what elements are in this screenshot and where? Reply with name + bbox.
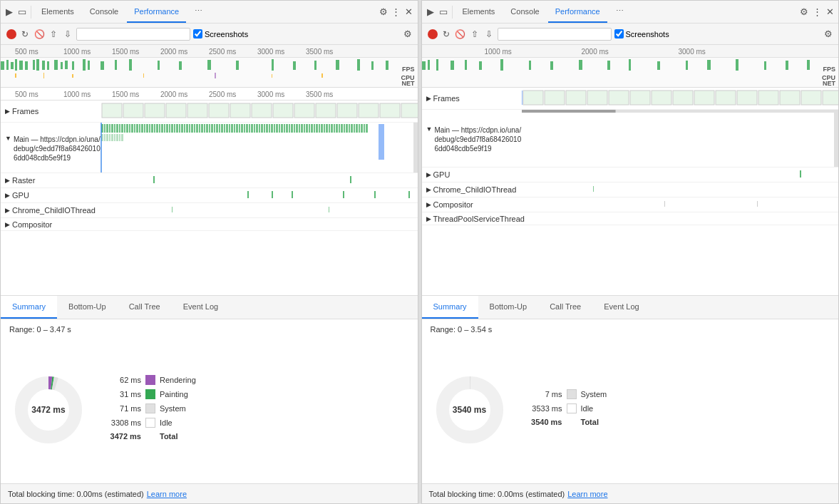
- left-donut-chart: 3472 ms: [9, 371, 88, 449]
- tab-elements-left[interactable]: Elements: [34, 1, 81, 23]
- track-thread-right: ▶ ThreadPoolServiceThread: [422, 212, 839, 225]
- reload-icon-left[interactable]: ↻: [19, 29, 31, 40]
- cursor-icon[interactable]: ▶: [4, 6, 15, 18]
- svg-rect-44: [252, 103, 272, 118]
- svg-rect-207: [764, 61, 766, 70]
- svg-rect-157: [356, 124, 358, 133]
- right-learn-more-link[interactable]: Learn more: [567, 490, 607, 498]
- track-chrome-left: ▶ Chrome_ChildIOThread: [1, 203, 418, 218]
- left-learn-more-link[interactable]: Learn more: [147, 490, 187, 498]
- device-icon-right[interactable]: ▭: [438, 6, 449, 18]
- svg-rect-232: [593, 186, 594, 192]
- tab-elements-right[interactable]: Elements: [455, 1, 503, 23]
- svg-rect-120: [264, 124, 265, 133]
- tab-more-left[interactable]: ⋯: [187, 1, 210, 23]
- import-icon-right[interactable]: ⇧: [469, 29, 480, 40]
- tab-bottom-up-right[interactable]: Bottom-Up: [478, 296, 539, 319]
- tab-summary-left[interactable]: Summary: [1, 296, 57, 319]
- close-icon-right[interactable]: ✕: [824, 6, 835, 18]
- svg-rect-135: [301, 124, 303, 133]
- more-icon-right[interactable]: ⋮: [811, 6, 823, 18]
- tab-call-tree-left[interactable]: Call Tree: [118, 296, 172, 319]
- svg-rect-20: [179, 61, 182, 70]
- track-chrome-label-left[interactable]: ▶ Chrome_ChildIOThread: [1, 206, 101, 215]
- tab-console-left[interactable]: Console: [83, 1, 125, 23]
- tab-bottom-up-left[interactable]: Bottom-Up: [57, 296, 118, 319]
- svg-rect-32: [72, 74, 73, 78]
- svg-rect-29: [386, 61, 388, 70]
- screenshots-checkbox-right[interactable]: Screenshots: [614, 29, 669, 38]
- svg-rect-233: [664, 201, 665, 207]
- track-gpu-label-right[interactable]: ▶ GPU: [422, 170, 522, 179]
- tab-event-log-left[interactable]: Event Log: [172, 296, 230, 319]
- svg-rect-80: [164, 124, 165, 133]
- svg-rect-17: [115, 60, 117, 70]
- device-icon[interactable]: ▭: [16, 6, 28, 18]
- track-scrollbar-left[interactable]: [413, 123, 418, 173]
- svg-rect-39: [145, 103, 165, 118]
- track-raster-left: ▶ Raster: [1, 173, 418, 188]
- left-legend: 62 ms Rendering 31 ms Painting 71 ms Sys…: [102, 375, 409, 445]
- track-gpu-label-left[interactable]: ▶ GPU: [1, 191, 101, 200]
- svg-rect-75: [151, 124, 153, 133]
- left-tracks-area: 500 ms 1000 ms 1500 ms 2000 ms 2500 ms 3…: [1, 88, 418, 295]
- record-button-left[interactable]: [6, 29, 16, 39]
- svg-rect-160: [364, 124, 365, 133]
- url-input-right[interactable]: cdpn.io #1: [498, 28, 612, 41]
- track-thread-label-right[interactable]: ▶ ThreadPoolServiceThread: [422, 215, 522, 223]
- perf-settings-icon-right[interactable]: ⚙: [824, 29, 833, 39]
- record-button-right[interactable]: [428, 29, 438, 39]
- svg-rect-26: [336, 60, 339, 70]
- svg-rect-19: [158, 61, 160, 70]
- svg-rect-71: [141, 124, 143, 133]
- svg-rect-16: [101, 61, 104, 70]
- left-ruler-top: 500 ms 1000 ms 1500 ms 2000 ms 2500 ms 3…: [1, 45, 418, 58]
- svg-rect-101: [216, 124, 218, 133]
- svg-rect-110: [239, 124, 240, 133]
- close-icon-left[interactable]: ✕: [403, 6, 415, 18]
- screenshots-checkbox-left[interactable]: Screenshots: [193, 29, 248, 38]
- track-frames-label-right[interactable]: ▶ Frames: [422, 94, 522, 103]
- tab-console-right[interactable]: Console: [503, 1, 546, 23]
- tab-more-right[interactable]: ⋯: [609, 1, 631, 23]
- tab-performance-left[interactable]: Performance: [127, 1, 186, 23]
- track-main-label-right[interactable]: ▼ Main — https://cdpn.io/una/debug/c9edd…: [422, 124, 522, 153]
- export-icon-left[interactable]: ⇩: [62, 29, 73, 40]
- tab-performance-right[interactable]: Performance: [548, 1, 607, 23]
- tab-event-log-right[interactable]: Event Log: [592, 296, 651, 319]
- tab-call-tree-right[interactable]: Call Tree: [538, 296, 592, 319]
- perf-settings-icon-left[interactable]: ⚙: [403, 29, 412, 39]
- cursor-icon-right[interactable]: ▶: [425, 6, 436, 18]
- track-compositor-label-right[interactable]: ▶ Compositor: [422, 200, 522, 209]
- track-frames-label-left[interactable]: ▶ Frames: [1, 107, 101, 115]
- svg-rect-231: [800, 170, 801, 178]
- more-icon-left[interactable]: ⋮: [391, 6, 402, 18]
- svg-rect-40: [166, 103, 186, 118]
- tab-summary-right[interactable]: Summary: [422, 296, 478, 319]
- svg-rect-112: [244, 124, 245, 133]
- track-gpu-right: ▶ GPU: [422, 168, 839, 182]
- clear-icon-right[interactable]: 🚫: [455, 29, 466, 40]
- settings-icon-left[interactable]: ⚙: [378, 6, 389, 18]
- svg-rect-133: [296, 124, 298, 133]
- track-raster-label-left[interactable]: ▶ Raster: [1, 176, 101, 185]
- svg-rect-102: [219, 124, 220, 133]
- track-scrollbar-right[interactable]: [834, 110, 838, 167]
- reload-icon-right[interactable]: ↻: [441, 29, 452, 40]
- svg-rect-63: [121, 124, 123, 133]
- track-main-label-left[interactable]: ▼ Main — https://cdpn.io/una/debug/c9edd…: [1, 133, 101, 163]
- track-chrome-label-right[interactable]: ▶ Chrome_ChildIOThread: [422, 185, 522, 194]
- clear-icon-left[interactable]: 🚫: [34, 29, 45, 40]
- export-icon-right[interactable]: ⇩: [483, 29, 495, 40]
- svg-rect-206: [736, 59, 738, 71]
- url-input-left[interactable]: cdpn.io #1: [76, 28, 190, 41]
- svg-rect-168: [116, 134, 118, 141]
- track-compositor-label-left[interactable]: ▶ Compositor: [1, 220, 101, 229]
- svg-rect-4: [19, 61, 23, 70]
- svg-rect-49: [359, 103, 379, 118]
- svg-rect-124: [274, 124, 275, 133]
- settings-icon-right[interactable]: ⚙: [798, 6, 810, 18]
- svg-rect-107: [231, 124, 233, 133]
- left-donut-label: 3472 ms: [31, 405, 65, 415]
- import-icon-left[interactable]: ⇧: [48, 29, 59, 40]
